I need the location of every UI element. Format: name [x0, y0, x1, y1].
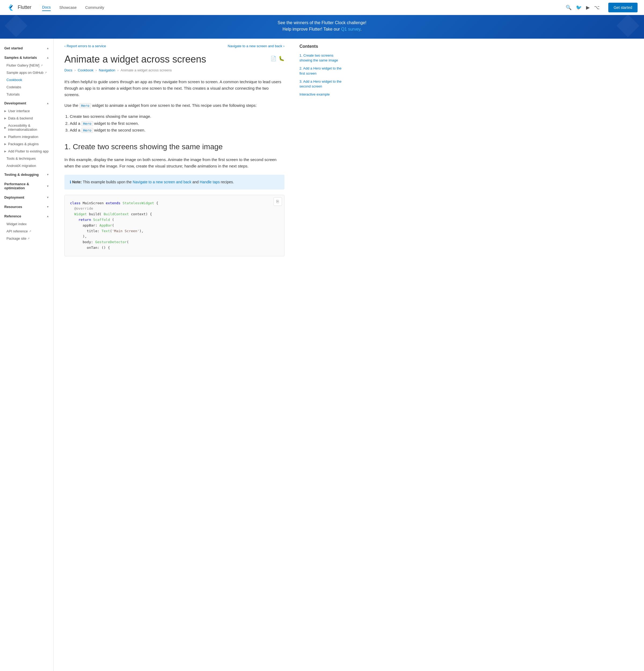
sidebar-item-data-backend[interactable]: ▶ Data & backend [0, 115, 53, 122]
sidebar-header-testing[interactable]: Testing & debugging ▼ [0, 170, 53, 179]
sidebar-section-deployment: Deployment ▼ [0, 193, 53, 202]
sidebar-item-cookbook[interactable]: Cookbook [0, 76, 53, 84]
logo[interactable]: Flutter [7, 3, 31, 12]
chevron-down-icon: ▲ [47, 47, 49, 50]
hero-widget-link[interactable]: Hero [79, 103, 91, 108]
sidebar-item-user-interface[interactable]: ▶ User interface [0, 107, 53, 115]
sidebar-header-performance[interactable]: Performance & optimization ▼ [0, 180, 53, 192]
get-started-button[interactable]: Get started [608, 3, 637, 12]
note-bold: Note: [72, 180, 82, 184]
sidebar-header-samples[interactable]: Samples & tutorials ▲ [0, 53, 53, 62]
sidebar-header-reference[interactable]: Reference ▲ [0, 212, 53, 220]
sidebar-item-sample-apps[interactable]: Sample apps on GitHub ↗ [0, 69, 53, 76]
note-link-2[interactable]: Handle taps [199, 180, 220, 184]
step-3: Add a Hero widget to the second screen. [70, 127, 284, 134]
sidebar-item-codelabs[interactable]: Codelabs [0, 84, 53, 91]
twitter-icon[interactable]: 🐦 [576, 4, 582, 11]
sidebar-item-androidx[interactable]: AndroidX migration [0, 162, 53, 169]
sidebar-item-accessibility[interactable]: ▶ Accessibility & internationalization [0, 122, 53, 133]
github-icon[interactable]: ⌥ [594, 4, 600, 11]
sidebar-resources-label: Resources [4, 205, 22, 209]
sidebar-section-performance: Performance & optimization ▼ [0, 180, 53, 192]
sidebar-item-api-reference[interactable]: API reference ↗ [0, 228, 53, 235]
youtube-icon[interactable]: ▶ [586, 4, 590, 11]
nav-docs[interactable]: Docs [42, 4, 51, 11]
hero-link-step2[interactable]: Hero [81, 121, 93, 126]
code-keyword: extends [106, 201, 120, 205]
code-line-9: onTan: () { [70, 245, 279, 251]
page-layout: Get started ▲ Samples & tutorials ▲ Flut… [0, 39, 644, 671]
banner: See the winners of the Flutter Clock cha… [0, 15, 644, 39]
sidebar-item-package-site[interactable]: Package site ↗ [0, 235, 53, 242]
code-line-2: @override [70, 206, 279, 212]
search-icon[interactable]: 🔍 [566, 4, 571, 11]
external-link-icon: ↗ [27, 237, 29, 240]
code-string: 'Main Screen' [112, 229, 140, 233]
sidebar-item-platform-integration[interactable]: ▶ Platform integration [0, 133, 53, 140]
flutter-logo-icon [7, 3, 15, 12]
note-prefix: This example builds upon the [82, 180, 133, 184]
code-text-widget: Text [101, 229, 110, 233]
sidebar-item-add-flutter[interactable]: ▶ Add Flutter to existing app [0, 148, 53, 155]
prev-page-link[interactable]: ‹ Report errors to a service [64, 44, 106, 48]
external-link-icon: ↗ [40, 64, 43, 67]
sidebar-deployment-label: Deployment [4, 195, 24, 200]
sidebar-item-widget-index[interactable]: Widget index [0, 220, 53, 228]
external-link-icon: ↗ [29, 230, 31, 233]
banner-line1: See the winners of the Flutter Clock cha… [5, 21, 639, 25]
sidebar-header-resources[interactable]: Resources ▼ [0, 203, 53, 211]
banner-survey-link[interactable]: Q1 survey [341, 27, 360, 31]
sidebar-item-flutter-gallery[interactable]: Flutter Gallery [NEW] ↗ [0, 62, 53, 69]
banner-diamond-left [5, 15, 28, 37]
step-2: Add a Hero widget to the first screen. [70, 120, 284, 127]
copy-code-button[interactable]: ⎘ [273, 197, 282, 206]
toc-item-3[interactable]: 3. Add a Hero widget to the second scree… [299, 79, 345, 89]
next-page-link[interactable]: Navigate to a new screen and back › [228, 44, 284, 48]
note-link-1[interactable]: Navigate to a new screen and back [132, 180, 191, 184]
toc-item-1[interactable]: 1. Create two screens showing the same i… [299, 53, 345, 63]
chevron-up-icon: ▲ [47, 102, 49, 105]
chevron-up-icon: ▲ [47, 56, 49, 59]
sidebar-item-tools[interactable]: Tools & techniques [0, 155, 53, 162]
chevron-down-icon: ▼ [47, 185, 49, 188]
edit-icon[interactable]: 📄 [270, 55, 276, 62]
breadcrumb-sep-1: › [75, 68, 76, 72]
hero-link-step3[interactable]: Hero [81, 128, 93, 133]
info-icon: ℹ [70, 180, 71, 184]
nav-showcase[interactable]: Showcase [59, 4, 77, 11]
toc-item-4[interactable]: Interactive example [299, 92, 345, 97]
breadcrumb: Docs › Cookbook › Navigation › Animate a… [64, 68, 284, 72]
sidebar-section-resources: Resources ▼ [0, 203, 53, 211]
code-line-1: class MainScreen extends StatelessWidget… [70, 201, 279, 206]
nav-links: Docs Showcase Community [42, 4, 566, 11]
code-line-6: title: Text('Main Screen'), [70, 228, 279, 234]
breadcrumb-cookbook[interactable]: Cookbook [78, 68, 94, 72]
code-class: StatelessWidget [123, 201, 154, 205]
code-line-8: body: GestureDetector( [70, 239, 279, 245]
section-1-desc: In this example, display the same image … [64, 156, 284, 169]
breadcrumb-navigation[interactable]: Navigation [99, 68, 115, 72]
sidebar-header-deployment[interactable]: Deployment ▼ [0, 193, 53, 202]
sidebar-item-packages[interactable]: ▶ Packages & plugins [0, 140, 53, 148]
sidebar-section-get-started: Get started ▲ [0, 44, 53, 52]
intro-p2-suffix: widget to animate a widget from one scre… [91, 103, 257, 107]
sidebar-header-development[interactable]: Development ▲ [0, 99, 53, 107]
nav-community[interactable]: Community [85, 4, 104, 11]
page-navigation: ‹ Report errors to a service Navigate to… [64, 44, 284, 48]
sidebar-get-started-label: Get started [4, 46, 23, 50]
code-class: BuildContext [104, 212, 129, 216]
breadcrumb-docs[interactable]: Docs [64, 68, 73, 72]
right-panel: Contents 1. Create two screens showing t… [295, 39, 349, 671]
sidebar-header-get-started[interactable]: Get started ▲ [0, 44, 53, 52]
code-line-5: appBar: AppBar( [70, 223, 279, 228]
sidebar-item-tutorials[interactable]: Tutorials [0, 91, 53, 98]
bug-icon[interactable]: 🐛 [279, 55, 284, 62]
code-appbar: AppBar [100, 223, 112, 227]
toc-item-2[interactable]: 2. Add a Hero widget to the first screen [299, 66, 345, 76]
code-widget: Widget [74, 212, 87, 216]
expand-arrow-icon: ▶ [4, 150, 7, 153]
code-line-3: Widget build( BuildContext context) { [70, 212, 279, 217]
code-line-4: return Scaffold ( [70, 217, 279, 223]
sidebar-section-samples: Samples & tutorials ▲ Flutter Gallery [N… [0, 53, 53, 98]
code-text: ( [112, 218, 114, 222]
